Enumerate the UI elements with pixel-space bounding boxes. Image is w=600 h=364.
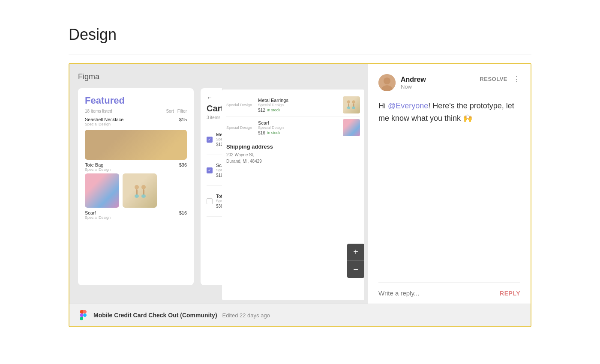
comment-actions: RESOLVE ⋮ [480,74,520,84]
right-panel: Special Design Metal Earrings Special De… [222,64,368,304]
partial-cart-panel: Special Design Metal Earrings Special De… [222,90,364,300]
tote-bag-image [85,130,187,160]
cart-item-earrings: ✓ Metal Earrings Special Design $12 · In… [207,124,222,155]
svg-point-17 [352,107,355,109]
reply-section: REPLY [378,282,520,304]
reply-button[interactable]: REPLY [500,290,520,297]
cart-item-tote: Tote Bag Special Design $36 · Out of sto… [207,186,222,217]
shipping-address: 202 Wayne St, Durand, MI, 48429 [226,152,360,164]
cart-item-scarf: ✓ Scarf Special Design $16 · In stock [207,155,222,186]
page-title: Design [69,26,531,44]
card-main: Figma Featured 18 items listed Sort [69,64,531,304]
svg-point-5 [141,194,146,198]
svg-rect-1 [136,189,138,195]
partial-item-scarf: Special Design Scarf Special Design $16 … [226,116,360,139]
earring-image-sm [123,173,157,208]
figma-panel: Figma Featured 18 items listed Sort [69,64,222,304]
figma-icon [78,310,88,320]
screen-featured: Featured 18 items listed Sort Filter [78,88,194,285]
checkbox-earrings[interactable]: ✓ [207,137,213,143]
comment-body: Hi @Everyone! Here's the prototype, let … [378,100,520,272]
mention-everyone: @Everyone [388,101,428,110]
screen-cart: ← Cart 3 items ✓ Select All 🗑 Delete Sel… [201,88,222,285]
featured-title: Featured [85,95,187,106]
sort-button[interactable]: Sort [166,109,174,113]
featured-subtitle: 18 items listed Sort Filter [85,109,187,113]
reply-input[interactable] [378,289,495,297]
title-divider [69,54,531,54]
featured-product-scarf: Scarf Special Design $16 [85,210,187,220]
shipping-section: Shipping address 202 Wayne St, Durand, M… [226,139,360,169]
comment-section: Andrew Now RESOLVE ⋮ Hi @Everyone! Here'… [368,64,531,304]
svg-point-12 [347,100,350,103]
footer-edit-time: Edited 22 days ago [222,312,270,319]
svg-point-3 [141,185,146,189]
svg-point-0 [135,185,139,189]
svg-point-2 [135,194,139,198]
avatar [378,74,396,91]
zoom-out-button[interactable]: − [347,261,364,278]
filter-button[interactable]: Filter [177,109,187,113]
footer-file-name: Mobile Credit Card Check Out (Community) [93,312,217,319]
cart-back-icon[interactable]: ← [207,94,222,101]
svg-point-14 [347,107,350,109]
featured-bottom-row [85,173,187,208]
checkbox-scarf[interactable]: ✓ [207,167,213,173]
figma-label: Figma [78,72,213,81]
partial-earring-img [343,96,360,113]
featured-product-necklace: Seashell Necklace Special Design $15 [85,117,187,126]
checkbox-tote[interactable] [207,198,213,204]
figma-screens: Featured 18 items listed Sort Filter [78,88,213,285]
svg-point-19 [384,78,390,84]
card-footer: Mobile Credit Card Check Out (Community)… [69,304,531,326]
resolve-button[interactable]: RESOLVE [480,76,507,82]
comment-header: Andrew Now RESOLVE ⋮ [378,74,520,91]
zoom-in-button[interactable]: + [347,244,364,261]
scarf-image-sm [85,173,119,208]
zoom-controls: + − [347,244,364,278]
more-options-button[interactable]: ⋮ [513,74,520,84]
earring-svg [129,182,150,199]
partial-scarf-img [343,119,360,136]
main-card: Figma Featured 18 items listed Sort [69,63,531,327]
svg-point-15 [352,100,355,103]
comment-author: Andrew Now [378,74,426,91]
cart-meta: 3 items ✓ Select All 🗑 Delete Selected [207,115,222,120]
featured-product-tote: Tote Bag Special Design $36 [85,162,187,172]
svg-rect-4 [143,189,144,195]
partial-item-earrings: Special Design Metal Earrings Special De… [226,94,360,116]
cart-title: Cart [207,104,222,113]
page-container: Design Figma Featured 18 items listed So… [0,0,600,353]
